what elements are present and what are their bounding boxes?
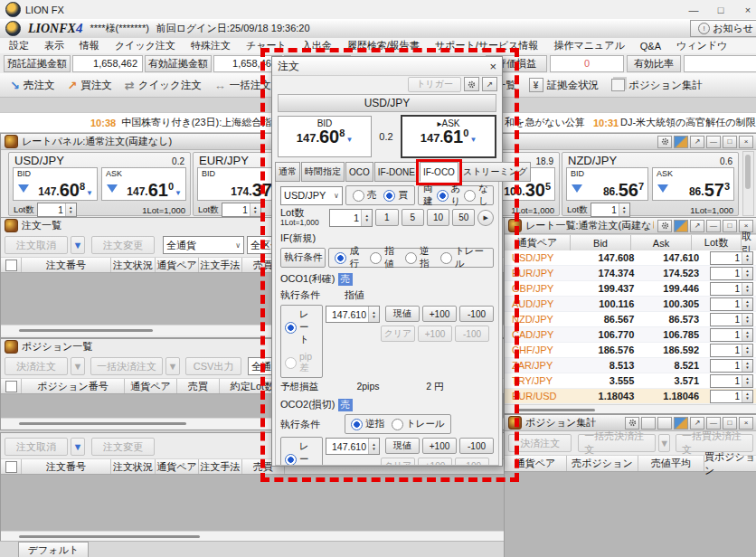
plus100-button-disabled[interactable]: +100 xyxy=(418,458,452,466)
tab-if-done[interactable]: IF-DONE xyxy=(374,162,419,182)
rate-row[interactable]: EUR/JPY174.374174.523 1▲▼ xyxy=(505,266,756,281)
dialog-ask-box[interactable]: ▸ASK 147.610▼ xyxy=(401,115,496,158)
position-summary-button[interactable]: ポジション集計 xyxy=(605,75,709,95)
radio-stop[interactable]: 逆指 xyxy=(405,245,435,270)
column-header[interactable]: 通貨ペア xyxy=(505,456,567,471)
tab-if-oco[interactable]: IF-OCO xyxy=(420,162,458,182)
lot-spinner[interactable]: 1▲▼ xyxy=(710,359,753,373)
rate-row[interactable]: USD/JPY147.608147.610 1▲▼ xyxy=(505,250,756,266)
lot-spinner[interactable]: 1▲▼ xyxy=(710,297,753,311)
bid-tile[interactable]: BID 147.608▼ xyxy=(13,167,98,201)
window-maximize-button[interactable]: □ xyxy=(707,1,734,18)
rate-list-hscrollbar[interactable] xyxy=(505,404,756,414)
batch-order-button[interactable]: ↔一括注文 xyxy=(208,75,278,95)
rate-row-highlighted[interactable]: EUR/USD1.180431.18046 1▲▼ xyxy=(505,389,756,404)
clear-button[interactable]: クリア xyxy=(381,458,415,466)
column-header[interactable]: 注文状況 xyxy=(111,258,156,272)
menu-item[interactable]: 情報 xyxy=(80,39,99,52)
order-cancel-button[interactable]: 注文取消 xyxy=(5,438,68,456)
rate-row[interactable]: GBP/JPY199.437199.446 1▲▼ xyxy=(505,281,756,297)
tab-normal[interactable]: 通常 xyxy=(275,162,300,182)
minus100-button[interactable]: -100 xyxy=(459,306,494,322)
menu-item[interactable]: 履歴検索/報告書 xyxy=(347,39,420,52)
maximize-icon[interactable]: □ xyxy=(723,136,737,148)
lot-quick-1[interactable]: 1 xyxy=(375,209,398,226)
gear-icon[interactable] xyxy=(657,136,672,148)
currency-filter[interactable]: 全通貨∨ xyxy=(163,236,244,254)
maximize-icon[interactable]: □ xyxy=(723,220,737,232)
radio-hedge-no[interactable]: なし xyxy=(464,183,488,208)
notice-button[interactable]: ! お知らせ xyxy=(690,20,756,37)
radio-sell[interactable]: 売 xyxy=(353,189,377,202)
plus100-button[interactable]: +100 xyxy=(422,438,457,454)
oco2-rate-spinner[interactable]: 147.610▲▼ xyxy=(326,438,380,455)
dialog-titlebar[interactable]: 注文 × xyxy=(272,57,502,76)
select-all-checkbox[interactable] xyxy=(1,258,22,272)
column-header[interactable]: 通貨ペア xyxy=(125,379,177,393)
lot-quick-10[interactable]: 10 xyxy=(427,209,449,226)
gear-icon[interactable] xyxy=(625,417,639,430)
column-header[interactable]: 取引 xyxy=(742,235,756,250)
column-header[interactable]: 売ポジション xyxy=(567,456,638,471)
batch-sell-drop[interactable]: ▼ xyxy=(658,434,670,452)
column-header[interactable]: 売値平均 xyxy=(638,456,704,471)
oco1-rate-spinner[interactable]: 147.610▲▼ xyxy=(326,306,380,323)
lot-spinner[interactable]: 1▲▼ xyxy=(710,390,753,403)
current-price-button[interactable]: 現値 xyxy=(385,306,420,322)
lot-spinner[interactable]: 1▲▼ xyxy=(37,203,77,217)
tab-oco[interactable]: OCO xyxy=(345,162,373,182)
column-header[interactable]: 通貨ペア xyxy=(156,459,199,474)
close-icon[interactable]: × xyxy=(739,417,753,430)
popout-icon[interactable]: ↗ xyxy=(690,220,704,232)
minimize-icon[interactable]: — xyxy=(706,220,721,232)
bid-tile[interactable]: BID 174.374 xyxy=(197,167,282,201)
rate-row[interactable]: CAD/JPY106.770106.785 1▲▼ xyxy=(505,327,756,343)
lot-spinner[interactable]: 1▲▼ xyxy=(710,313,753,326)
radio-pip[interactable]: pip差 xyxy=(285,351,318,374)
minimize-icon[interactable]: — xyxy=(706,417,721,430)
menu-item[interactable]: クイック注文 xyxy=(115,39,175,52)
gear-icon[interactable] xyxy=(464,77,479,91)
column-header[interactable]: 注文手法 xyxy=(199,258,242,272)
lot-spinner[interactable]: 1▲▼ xyxy=(591,203,630,217)
menu-item[interactable]: 操作マニュアル xyxy=(553,39,624,52)
minus100-button[interactable]: -100 xyxy=(459,438,494,454)
radio-trail[interactable]: トレール xyxy=(440,245,487,270)
order-modify-button[interactable]: 注文変更 xyxy=(91,438,155,456)
buy-order-button[interactable]: ↗買注文 xyxy=(61,75,118,95)
lot-spinner[interactable]: 1▲▼ xyxy=(710,267,753,280)
current-price-button[interactable]: 現値 xyxy=(385,438,420,454)
plus100-button-disabled[interactable]: +100 xyxy=(418,326,452,342)
radio-limit[interactable]: 指値 xyxy=(370,245,400,270)
layout-icon[interactable] xyxy=(641,417,656,430)
lot-spinner[interactable]: 1▲▼ xyxy=(710,374,753,388)
rate-row[interactable]: AUD/JPY100.116100.305 1▲▼ xyxy=(505,297,756,312)
popout-icon[interactable]: ↗ xyxy=(690,136,704,148)
close-icon[interactable]: × xyxy=(739,136,753,148)
popout-icon[interactable]: ↗ xyxy=(482,77,497,91)
batch-sell-close-button[interactable]: 一括売決済注文 xyxy=(578,434,656,452)
lot-quick-50[interactable]: 50 xyxy=(452,209,475,226)
window-close-button[interactable]: × xyxy=(734,1,756,18)
close-order-drop[interactable]: ▼ xyxy=(71,357,85,375)
rate-row[interactable]: NZD/JPY86.56786.573 1▲▼ xyxy=(505,312,756,327)
order-modify-button[interactable]: 注文変更 xyxy=(91,236,155,254)
lot-spinner[interactable]: 1▲▼ xyxy=(710,344,753,357)
menu-item[interactable]: 入出金 xyxy=(302,39,332,52)
minus100-button-disabled[interactable]: -100 xyxy=(455,458,489,466)
ask-tile[interactable]: ASK 86.573 xyxy=(652,167,734,201)
column-header[interactable]: 買ポジション xyxy=(704,456,756,471)
column-header[interactable]: 注文手法 xyxy=(199,459,242,474)
popout-icon[interactable]: ↗ xyxy=(690,417,704,430)
design-icon[interactable] xyxy=(674,417,688,430)
tab-streaming[interactable]: ストリーミング xyxy=(459,162,531,182)
column-header[interactable]: 売買 xyxy=(177,379,220,393)
lot-more-button[interactable]: ▶ xyxy=(477,210,494,226)
radio-rate[interactable]: レート xyxy=(285,308,318,346)
plus100-button[interactable]: +100 xyxy=(422,306,457,322)
trigger-button[interactable]: トリガー xyxy=(408,77,461,92)
bid-tile[interactable]: BID 86.567 xyxy=(566,167,648,201)
lot-spinner[interactable]: 1▲▼ xyxy=(710,282,753,296)
lot-spinner[interactable]: 1▲▼ xyxy=(710,328,753,342)
dialog-bid-box[interactable]: BID 147.608▼ xyxy=(278,116,372,157)
